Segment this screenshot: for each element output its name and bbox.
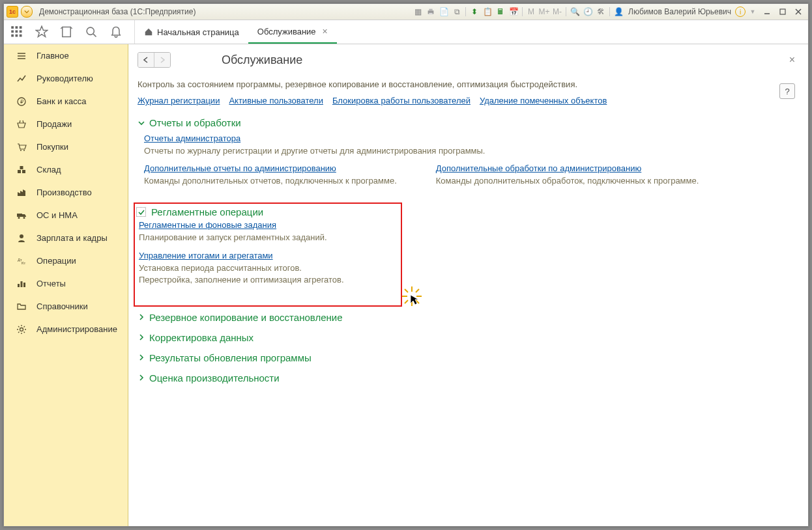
svg-line-47 xyxy=(416,300,419,303)
help-button[interactable]: ? xyxy=(779,83,795,99)
tabs-area: Начальная страница Обслуживание × xyxy=(135,20,808,44)
section-correction-header[interactable]: Корректировка данных xyxy=(138,332,795,343)
compare-icon[interactable]: ⧉ xyxy=(451,6,463,18)
page-title: Обслуживание xyxy=(222,53,302,67)
sidebar-item-warehouse[interactable]: Склад xyxy=(4,158,128,181)
svg-rect-8 xyxy=(11,31,14,33)
folder-icon xyxy=(16,301,27,313)
app-logo-icon: 1c xyxy=(7,6,18,18)
history-nav-icon[interactable] xyxy=(60,25,73,38)
document-icon[interactable]: 📄 xyxy=(438,6,450,18)
sidebar: Главное Руководителю ₽Банк и касса Прода… xyxy=(4,44,128,526)
sidebar-item-bank[interactable]: ₽Банк и касса xyxy=(4,90,128,113)
section-update-header[interactable]: Результаты обновления программы xyxy=(138,352,795,363)
sidebar-item-operations[interactable]: ДтКтОперации xyxy=(4,249,128,272)
zoom-icon[interactable]: 🔍 xyxy=(569,6,581,18)
tb-icon-1[interactable]: ▦ xyxy=(412,6,424,18)
svg-line-40 xyxy=(18,331,20,333)
titlebar-dropdown-button[interactable] xyxy=(21,6,33,18)
page-description: Контроль за состоянием программы, резерв… xyxy=(138,79,795,89)
user-icon: 👤 xyxy=(613,6,624,18)
menu-icon xyxy=(16,50,27,62)
link-active-users[interactable]: Активные пользователи xyxy=(229,96,323,105)
page-close-button[interactable]: × xyxy=(789,54,795,66)
tools-icon[interactable]: 🛠 xyxy=(595,6,607,18)
sidebar-item-reference[interactable]: Справочники xyxy=(4,295,128,318)
link-icon[interactable]: ⬍ xyxy=(469,6,480,18)
bell-icon[interactable] xyxy=(109,25,123,38)
section-perf-header[interactable]: Оценка производительности xyxy=(138,372,795,384)
svg-rect-2 xyxy=(429,13,432,15)
tab-home[interactable]: Начальная страница xyxy=(135,20,248,44)
link-admin-reports[interactable]: Отчеты администратора xyxy=(144,133,240,143)
section-scheduled-header[interactable]: Регламентные операции xyxy=(136,206,397,217)
svg-rect-12 xyxy=(16,35,18,37)
svg-rect-31 xyxy=(21,281,23,287)
link-scheduled-jobs[interactable]: Регламентные и фоновые задания xyxy=(139,220,276,230)
apps-grid-icon[interactable] xyxy=(10,25,23,38)
link-extra-reports[interactable]: Дополнительные отчеты по администрирован… xyxy=(144,163,336,173)
svg-point-27 xyxy=(20,234,23,238)
svg-rect-7 xyxy=(20,26,22,29)
close-button[interactable] xyxy=(791,7,805,17)
svg-point-19 xyxy=(20,150,22,151)
sidebar-item-admin[interactable]: Администрирование xyxy=(4,318,128,341)
minimize-button[interactable] xyxy=(760,7,774,17)
desc-scheduled-jobs: Планирование и запуск регламентных задан… xyxy=(139,232,397,244)
link-block-users[interactable]: Блокировка работы пользователей xyxy=(332,96,471,105)
desc-extra-reports: Команды дополнительных отчетов, подключе… xyxy=(144,175,397,187)
link-delete-marked[interactable]: Удаление помеченных объектов xyxy=(480,96,607,105)
nav-forward-button[interactable] xyxy=(154,53,170,67)
m-minus-icon[interactable]: M- xyxy=(551,6,563,18)
sidebar-item-reports[interactable]: Отчеты xyxy=(4,272,128,295)
sidebar-item-main[interactable]: Главное xyxy=(4,44,128,67)
m-icon[interactable]: M xyxy=(525,6,537,18)
sidebar-item-manager[interactable]: Руководителю xyxy=(4,67,128,90)
sidebar-item-purchases[interactable]: Покупки xyxy=(4,135,128,158)
search-icon[interactable] xyxy=(85,25,98,38)
svg-rect-13 xyxy=(20,35,22,37)
desc-extra-processing: Команды дополнительных обработок, подклю… xyxy=(436,175,699,187)
sidebar-item-production[interactable]: Производство xyxy=(4,181,128,204)
svg-rect-14 xyxy=(63,27,71,37)
main-content: Обслуживание × Контроль за состоянием пр… xyxy=(128,44,808,526)
svg-rect-24 xyxy=(17,214,22,217)
tab-home-label: Начальная страница xyxy=(157,27,239,37)
sidebar-item-payroll[interactable]: Зарплата и кадры xyxy=(4,227,128,249)
toolbar-row: Начальная страница Обслуживание × xyxy=(4,20,808,44)
svg-line-48 xyxy=(405,300,408,303)
tab-maintenance[interactable]: Обслуживание × xyxy=(248,20,337,44)
link-extra-processing[interactable]: Дополнительные обработки по администриро… xyxy=(436,163,642,173)
calculator-icon[interactable]: 🖩 xyxy=(495,6,506,18)
link-event-log[interactable]: Журнал регистрации xyxy=(138,96,220,105)
sidebar-item-assets[interactable]: ОС и НМА xyxy=(4,204,128,227)
nav-back-button[interactable] xyxy=(138,53,154,67)
titlebar: 1c Демонстрационная база (1С:Предприятие… xyxy=(4,4,808,20)
info-icon[interactable]: i xyxy=(735,7,746,17)
svg-text:Кт: Кт xyxy=(22,261,25,265)
checkbox-icon[interactable] xyxy=(136,207,146,217)
svg-point-26 xyxy=(23,217,25,219)
tab-close-icon[interactable]: × xyxy=(323,26,328,36)
maximize-button[interactable] xyxy=(776,7,790,17)
sidebar-item-sales[interactable]: Продажи xyxy=(4,113,128,135)
link-totals[interactable]: Управление итогами и агрегатами xyxy=(139,251,273,260)
svg-rect-5 xyxy=(11,26,14,29)
chevron-right-icon xyxy=(138,313,145,321)
history-icon[interactable]: 🕘 xyxy=(582,6,594,18)
svg-rect-10 xyxy=(20,31,22,33)
section-backup-header[interactable]: Резервное копирование и восстановление xyxy=(138,312,795,323)
chevron-right-icon xyxy=(138,354,145,361)
desc-admin-reports: Отчеты по журналу регистрации и другие о… xyxy=(144,145,795,157)
clipboard-icon[interactable]: 📋 xyxy=(482,6,493,18)
nav-row: Обслуживание × xyxy=(138,52,795,68)
calendar-icon[interactable]: 📅 xyxy=(508,6,519,18)
info-dropdown-icon[interactable]: ▼ xyxy=(747,6,759,18)
chevron-right-icon xyxy=(138,374,145,382)
section-reports-header[interactable]: Отчеты и обработки xyxy=(138,117,795,128)
user-name: Любимов Валерий Юрьевич xyxy=(628,7,731,16)
print-icon[interactable] xyxy=(425,6,437,18)
svg-line-41 xyxy=(24,326,25,328)
favorite-icon[interactable] xyxy=(35,25,48,38)
m-plus-icon[interactable]: M+ xyxy=(538,6,550,18)
